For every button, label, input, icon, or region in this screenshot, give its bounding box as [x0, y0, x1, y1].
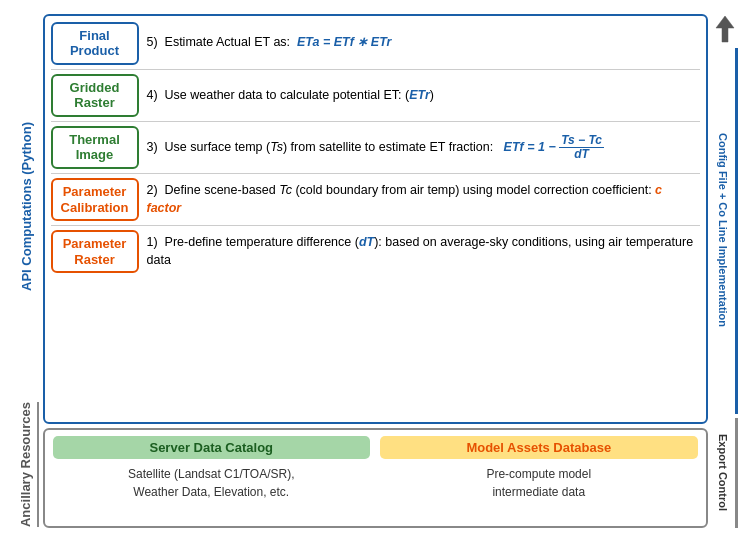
main-container: API Computations (Python) Ancillary Reso…: [6, 6, 746, 536]
left-label-ancillary: Ancillary Resources: [14, 402, 39, 527]
text-row1: 1) Pre-define temperature difference (dT…: [147, 234, 700, 269]
right-label-export: Export Control: [712, 418, 738, 528]
svg-marker-0: [716, 16, 734, 42]
up-arrow-icon: [714, 14, 736, 44]
center-area: Final Product 5) Estimate Actual ET as: …: [43, 14, 708, 528]
fraction-etf: Ts − Tc dT: [559, 134, 604, 161]
server-data-catalog-title: Server Data Catalog: [53, 436, 371, 459]
text-row5: 5) Estimate Actual ET as: ETa = ETf ∗ ET…: [147, 34, 700, 52]
box-final-product: Final Product: [51, 22, 139, 65]
text-row3: 3) Use surface temp (Ts) from satellite …: [147, 134, 700, 161]
right-labels: Config File + Co Line Implementation Exp…: [712, 14, 738, 528]
right-label-api: Config File + Co Line Implementation: [712, 48, 738, 414]
row-thermal-image: Thermal Image 3) Use surface temp (Ts) f…: [51, 126, 700, 169]
box-param-calibration: Parameter Calibration: [51, 178, 139, 221]
formula-dt: dT: [359, 235, 374, 249]
row-param-raster: Parameter Raster 1) Pre-define temperatu…: [51, 230, 700, 273]
server-data-catalog-text: Satellite (Landsat C1/TOA/SR),Weather Da…: [128, 465, 295, 501]
model-assets-text: Pre-compute modelintermediate data: [486, 465, 591, 501]
box-thermal-image: Thermal Image: [51, 126, 139, 169]
text-row2: 2) Define scene-based Tc (cold boundary …: [147, 182, 700, 217]
text-row4: 4) Use weather data to calculate potenti…: [147, 87, 700, 105]
left-label-api: API Computations (Python): [15, 14, 38, 399]
formula-cfactor: c factor: [147, 183, 663, 215]
formula-etr: ETr: [409, 88, 430, 102]
formula-etf: ETf = 1 − Ts − Tc dT: [500, 140, 604, 154]
box-param-raster: Parameter Raster: [51, 230, 139, 273]
row-gridded-raster: Gridded Raster 4) Use weather data to ca…: [51, 74, 700, 117]
model-assets-title: Model Assets Database: [380, 436, 698, 459]
row-final-product: Final Product 5) Estimate Actual ET as: …: [51, 22, 700, 65]
ancillary-right: Model Assets Database Pre-compute modeli…: [380, 436, 698, 520]
box-gridded-raster: Gridded Raster: [51, 74, 139, 117]
api-section: Final Product 5) Estimate Actual ET as: …: [43, 14, 708, 424]
ancillary-left: Server Data Catalog Satellite (Landsat C…: [53, 436, 371, 520]
formula-eta: ETa = ETf ∗ ETr: [297, 35, 391, 49]
row-param-calibration: Parameter Calibration 2) Define scene-ba…: [51, 178, 700, 221]
ancillary-section: Server Data Catalog Satellite (Landsat C…: [43, 428, 708, 528]
